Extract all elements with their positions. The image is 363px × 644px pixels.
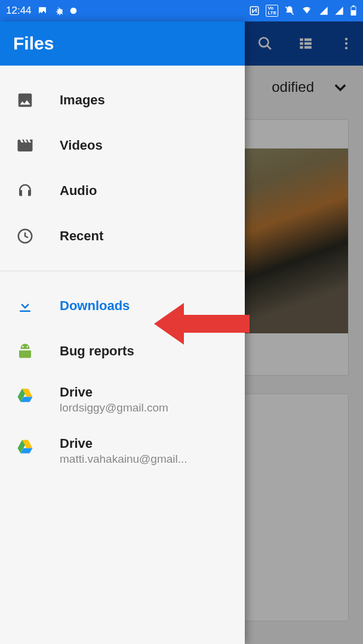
volte-icon: VoLTE: [266, 5, 278, 17]
sidebar-item-label: Drive: [60, 436, 187, 451]
wifi-x-icon: x: [301, 5, 313, 16]
video-icon: [14, 135, 36, 156]
drive-icon: [14, 436, 36, 457]
drive-icon: [14, 385, 36, 406]
sidebar-item-videos[interactable]: Videos: [0, 123, 245, 168]
svg-rect-5: [351, 7, 355, 10]
sidebar-item-label: Images: [60, 92, 105, 108]
nav-drawer: Files Images Videos Audio Recent: [0, 21, 245, 644]
drawer-section-categories: Images Videos Audio Recent: [0, 66, 245, 271]
audio-icon: [14, 180, 36, 202]
drawer-section-locations: Downloads Bug reports Drive lordsiggy@gm…: [0, 271, 245, 488]
bell-off-icon: [284, 5, 295, 16]
image-icon: [14, 89, 36, 111]
drawer-title: Files: [0, 21, 245, 66]
sidebar-item-label: Recent: [60, 228, 103, 244]
signal-icon: [334, 6, 344, 16]
sidebar-item-label: Videos: [60, 138, 103, 153]
android-icon: [14, 340, 36, 362]
pinwheel-icon: [53, 6, 63, 16]
circle-icon: [69, 6, 78, 16]
svg-rect-4: [352, 5, 355, 7]
sidebar-item-drive-2[interactable]: Drive matti.vahakainu@gmail...: [0, 425, 245, 476]
picture-icon: [38, 6, 47, 16]
signal-icon: [319, 6, 328, 16]
sidebar-item-images[interactable]: Images: [0, 78, 245, 123]
sidebar-item-recent[interactable]: Recent: [0, 213, 245, 259]
sidebar-item-drive-1[interactable]: Drive lordsiggy@gmail.com: [0, 374, 245, 425]
nfc-icon: [249, 5, 260, 16]
sidebar-item-label: Downloads: [60, 298, 130, 314]
sidebar-item-label: Bug reports: [60, 343, 134, 359]
sidebar-item-bug-reports[interactable]: Bug reports: [0, 329, 245, 374]
sidebar-item-audio[interactable]: Audio: [0, 168, 245, 213]
sidebar-item-label: Audio: [60, 183, 97, 199]
download-icon: [14, 295, 36, 317]
sidebar-item-sub: matti.vahakainu@gmail...: [60, 453, 187, 466]
recent-icon: [14, 225, 36, 247]
svg-point-19: [27, 346, 29, 348]
sidebar-item-label: Drive: [60, 385, 168, 400]
battery-icon: [350, 5, 357, 16]
svg-rect-17: [20, 311, 30, 312]
status-bar: 12:44 VoLTE x: [0, 0, 363, 21]
svg-text:x: x: [309, 7, 312, 10]
status-time: 12:44: [6, 5, 32, 17]
svg-point-0: [70, 8, 76, 14]
sidebar-item-downloads[interactable]: Downloads: [0, 283, 245, 329]
svg-point-18: [22, 346, 24, 348]
sidebar-item-sub: lordsiggy@gmail.com: [60, 401, 168, 414]
